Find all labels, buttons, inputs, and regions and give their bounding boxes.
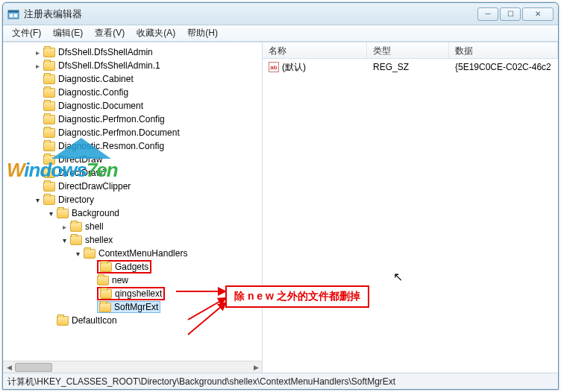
chevron-none (33, 101, 42, 110)
maximize-button[interactable]: ☐ (500, 7, 521, 21)
tree-node[interactable]: Diagnostic.Perfmon.Config (6, 113, 262, 126)
tree-node[interactable]: ▾Directory (6, 193, 262, 206)
tree-node-label: Diagnostic.Perfmon.Config (58, 114, 165, 124)
list-pane: 名称 类型 数据 ab (默认) REG_SZ {5E19C0CE-C02C-4… (263, 42, 558, 373)
folder-icon (84, 249, 95, 259)
tree-node[interactable]: ▸DfsShell.DfsShellAdmin (6, 45, 262, 59)
tree-node[interactable]: Diagnostic.Document (6, 99, 262, 113)
chevron-none (33, 115, 42, 124)
tree-node[interactable]: ▾shellex (6, 233, 262, 247)
value-data: {5E19C0CE-C02C-46c2 (449, 62, 558, 72)
chevron-none (87, 262, 95, 271)
menu-file[interactable]: 文件(F) (6, 25, 47, 41)
menu-edit[interactable]: 编辑(E) (47, 25, 89, 41)
column-type[interactable]: 类型 (367, 42, 449, 58)
folder-icon (43, 168, 55, 178)
string-value-icon: ab (269, 62, 279, 72)
chevron-none (33, 128, 42, 137)
tree-node[interactable]: new (6, 274, 262, 287)
tree-node[interactable]: DefaultIcon (6, 314, 262, 327)
folder-icon (43, 128, 55, 138)
tree-pane: ▸DfsShell.DfsShellAdmin▸DfsShell.DfsShel… (3, 42, 263, 373)
tree-node[interactable]: ▸shell (6, 220, 262, 233)
tree-node[interactable]: Gadgets (6, 260, 262, 274)
menu-view[interactable]: 查看(V) (89, 25, 131, 41)
folder-icon (70, 222, 82, 232)
statusbar: 计算机\HKEY_CLASSES_ROOT\Directory\Backgrou… (3, 373, 558, 389)
chevron-right-icon[interactable]: ▸ (33, 48, 42, 57)
tree-h-scrollbar[interactable]: ◀ ▶ (3, 361, 262, 373)
chevron-right-icon[interactable]: ▸ (33, 61, 42, 70)
scroll-thumb[interactable] (15, 363, 52, 372)
tree-node-label: Diagnostic.Document (58, 101, 143, 111)
folder-icon (99, 303, 111, 312)
tree-node-label: Gadgets (115, 262, 148, 272)
chevron-right-icon[interactable]: ▸ (60, 222, 69, 231)
tree-node[interactable]: Diagnostic.Cabinet (6, 72, 262, 86)
menu-help[interactable]: 帮助(H) (181, 25, 224, 41)
folder-icon (43, 115, 55, 124)
tree-node-label: DirectDrawClipper (58, 181, 131, 192)
tree-node-label: Diagnostic.Config (58, 87, 128, 98)
tree-node[interactable]: ▸DfsShell.DfsShellAdmin.1 (6, 59, 262, 72)
tree-node[interactable]: DirectDraw (6, 153, 262, 166)
menubar: 文件(F) 编辑(E) 查看(V) 收藏夹(A) 帮助(H) (3, 25, 558, 42)
tree-node-label: DirectDraw (58, 154, 102, 165)
folder-icon (97, 276, 109, 285)
chevron-down-icon[interactable]: ▾ (33, 195, 42, 204)
tree-node[interactable]: qingshellext (6, 287, 262, 300)
column-data[interactable]: 数据 (449, 42, 558, 58)
tree-scroll[interactable]: ▸DfsShell.DfsShellAdmin▸DfsShell.DfsShel… (3, 42, 262, 361)
content-area: ▸DfsShell.DfsShellAdmin▸DfsShell.DfsShel… (3, 42, 558, 373)
tree-node[interactable]: Diagnostic.Resmon.Config (6, 139, 262, 153)
scroll-left-icon[interactable]: ◀ (3, 361, 15, 373)
tree-node-label: SoftMgrExt (114, 302, 158, 312)
folder-icon (43, 142, 55, 151)
scroll-right-icon[interactable]: ▶ (250, 361, 262, 373)
close-button[interactable]: ✕ (522, 7, 554, 21)
tree-node-label: Diagnostic.Cabinet (58, 74, 134, 84)
value-type: REG_SZ (367, 62, 449, 72)
value-name: (默认) (282, 61, 306, 74)
annotation-note: 除 n e w 之外的文件都删掉 (225, 285, 369, 308)
folder-icon (57, 316, 69, 326)
svg-rect-3 (14, 14, 17, 17)
window-title: 注册表编辑器 (24, 7, 477, 21)
chevron-none (33, 182, 42, 191)
column-name[interactable]: 名称 (263, 42, 367, 58)
svg-rect-2 (10, 14, 13, 17)
chevron-none (46, 316, 55, 325)
mouse-cursor-icon: ↖ (393, 270, 403, 284)
tree-node[interactable]: Diagnostic.Perfmon.Document (6, 126, 262, 139)
chevron-none (33, 142, 42, 151)
titlebar[interactable]: 注册表编辑器 ─ ☐ ✕ (3, 3, 558, 25)
tree-node-label: new (112, 275, 128, 285)
chevron-none (33, 88, 42, 97)
tree-node[interactable]: SoftMgrExt (6, 300, 262, 314)
tree-node-label: shellex (85, 235, 113, 245)
list-row[interactable]: ab (默认) REG_SZ {5E19C0CE-C02C-46c2 (263, 60, 558, 74)
folder-icon (43, 88, 55, 98)
tree-node-label: Directory (58, 195, 94, 205)
chevron-none (33, 155, 42, 164)
tree-node-label: Background (72, 208, 119, 218)
chevron-down-icon[interactable]: ▾ (60, 235, 69, 244)
folder-icon (43, 195, 55, 205)
tree-node[interactable]: ▾Background (6, 206, 262, 220)
tree-node-label: DfsShell.DfsShellAdmin (58, 47, 153, 57)
tree-node[interactable]: Diagnostic.Config (6, 86, 262, 99)
list-body[interactable]: ab (默认) REG_SZ {5E19C0CE-C02C-46c2 (263, 59, 558, 75)
chevron-none (87, 289, 95, 298)
folder-icon (100, 289, 112, 299)
tree-node-label: Diagnostic.Resmon.Config (58, 141, 164, 151)
tree-node[interactable]: ▾ContextMenuHandlers (6, 247, 262, 260)
chevron-down-icon[interactable]: ▾ (73, 249, 82, 258)
chevron-down-icon[interactable]: ▾ (46, 209, 55, 218)
minimize-button[interactable]: ─ (477, 7, 498, 21)
folder-icon (43, 61, 55, 71)
tree-node[interactable]: DirectDraw7 (6, 166, 262, 180)
tree-node[interactable]: DirectDrawClipper (6, 180, 262, 193)
menu-fav[interactable]: 收藏夹(A) (131, 25, 181, 41)
tree-node-label: ContextMenuHandlers (98, 248, 187, 259)
folder-icon (43, 182, 55, 192)
